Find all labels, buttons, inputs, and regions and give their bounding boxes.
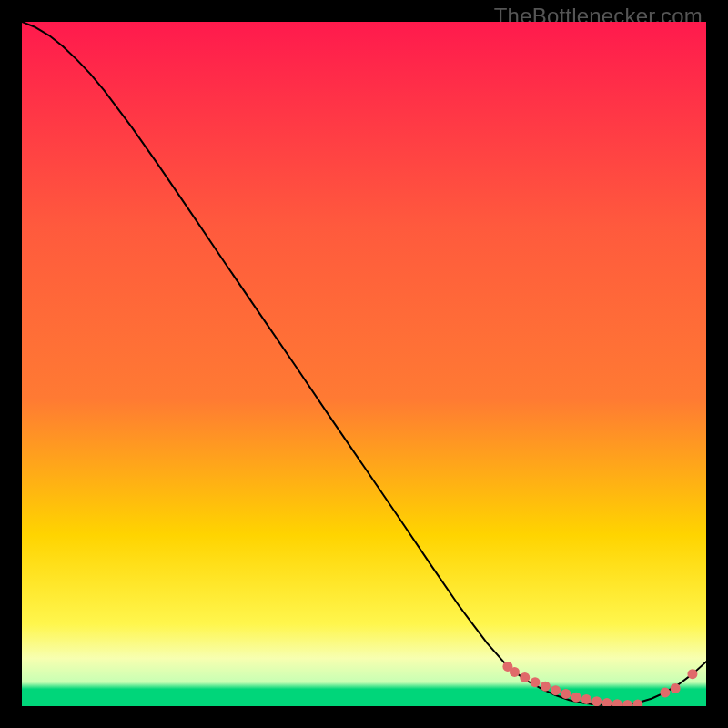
svg-rect-0	[22, 22, 706, 706]
marker-dot	[687, 669, 697, 679]
marker-dot	[541, 682, 551, 692]
marker-dot	[592, 696, 602, 706]
marker-dot	[561, 689, 571, 699]
marker-dot	[581, 694, 592, 704]
marker-dot	[660, 687, 670, 697]
marker-dot	[531, 677, 541, 687]
chart-frame: TheBottlenecker.com	[0, 0, 728, 728]
marker-dot	[520, 672, 530, 682]
marker-dot	[571, 693, 581, 703]
chart-svg	[22, 22, 706, 706]
plot-area	[22, 22, 706, 706]
marker-dot	[551, 685, 561, 695]
marker-dot	[671, 683, 681, 693]
marker-dot	[510, 667, 520, 677]
